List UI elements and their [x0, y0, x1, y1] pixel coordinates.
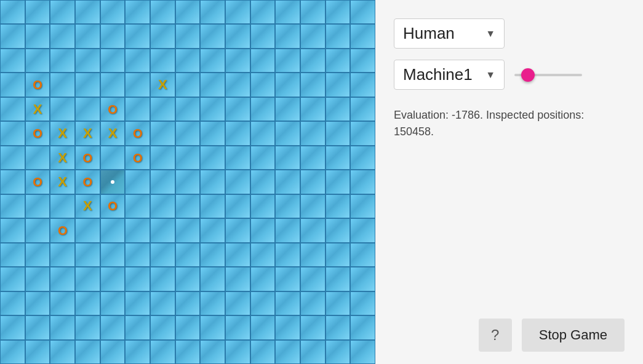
cell[interactable]: [75, 73, 100, 97]
cell[interactable]: [350, 170, 375, 194]
cell[interactable]: O: [125, 146, 150, 170]
cell[interactable]: [350, 315, 375, 339]
cell[interactable]: [0, 49, 25, 73]
cell[interactable]: [125, 97, 150, 121]
cell[interactable]: [150, 218, 175, 242]
cell[interactable]: [125, 340, 150, 364]
cell[interactable]: [200, 291, 225, 315]
cell[interactable]: [325, 121, 351, 145]
cell[interactable]: [200, 146, 225, 170]
cell[interactable]: [200, 340, 225, 364]
cell[interactable]: X: [75, 194, 100, 218]
cell[interactable]: [300, 49, 325, 73]
cell[interactable]: [225, 194, 250, 218]
cell[interactable]: [75, 218, 100, 242]
cell[interactable]: [50, 243, 75, 267]
cell[interactable]: [250, 243, 276, 267]
cell[interactable]: [225, 146, 250, 170]
cell[interactable]: [150, 340, 175, 364]
cell[interactable]: [300, 315, 325, 339]
cell[interactable]: [50, 315, 75, 339]
cell[interactable]: [50, 267, 75, 291]
cell[interactable]: X: [50, 170, 75, 194]
cell[interactable]: [300, 267, 325, 291]
help-button[interactable]: ?: [479, 318, 512, 352]
cell[interactable]: [0, 121, 25, 145]
cell[interactable]: [150, 24, 175, 48]
cell[interactable]: [125, 24, 150, 48]
cell[interactable]: O: [100, 97, 126, 121]
cell[interactable]: [175, 170, 201, 194]
cell[interactable]: [175, 97, 201, 121]
cell[interactable]: [300, 340, 325, 364]
cell[interactable]: [300, 24, 325, 48]
cell[interactable]: [125, 315, 150, 339]
cell[interactable]: [125, 49, 150, 73]
cell[interactable]: [0, 0, 25, 24]
cell[interactable]: [350, 291, 375, 315]
cell[interactable]: [275, 267, 300, 291]
cell[interactable]: [250, 121, 276, 145]
cell[interactable]: [150, 49, 175, 73]
cell[interactable]: [0, 267, 25, 291]
cell[interactable]: [175, 49, 201, 73]
cell[interactable]: [50, 24, 75, 48]
cell[interactable]: [325, 24, 351, 48]
cell[interactable]: [200, 315, 225, 339]
cell[interactable]: [250, 267, 276, 291]
cell[interactable]: [300, 0, 325, 24]
cell[interactable]: [50, 73, 75, 97]
cell[interactable]: [350, 0, 375, 24]
cell[interactable]: O: [50, 218, 75, 242]
cell[interactable]: [300, 73, 325, 97]
cell[interactable]: [275, 146, 300, 170]
cell[interactable]: [150, 243, 175, 267]
cell[interactable]: [350, 121, 375, 145]
cell[interactable]: [325, 170, 351, 194]
cell[interactable]: [150, 291, 175, 315]
cell[interactable]: [300, 121, 325, 145]
cell[interactable]: [0, 315, 25, 339]
cell[interactable]: [75, 315, 100, 339]
cell[interactable]: [325, 340, 351, 364]
cell[interactable]: [25, 49, 50, 73]
cell[interactable]: [250, 340, 276, 364]
cell[interactable]: [150, 146, 175, 170]
cell[interactable]: [200, 73, 225, 97]
cell[interactable]: [175, 121, 201, 145]
cell[interactable]: [300, 97, 325, 121]
cell[interactable]: [250, 291, 276, 315]
cell[interactable]: [275, 0, 300, 24]
cell[interactable]: [275, 218, 300, 242]
cell[interactable]: [75, 243, 100, 267]
cell[interactable]: [100, 24, 126, 48]
cell[interactable]: [250, 218, 276, 242]
cell[interactable]: [50, 194, 75, 218]
cell[interactable]: [250, 24, 276, 48]
cell[interactable]: O: [25, 121, 50, 145]
cell[interactable]: [325, 243, 351, 267]
stop-game-button[interactable]: Stop Game: [522, 318, 625, 352]
cell[interactable]: [25, 267, 50, 291]
cell[interactable]: [275, 97, 300, 121]
cell[interactable]: [225, 315, 250, 339]
cell[interactable]: [350, 218, 375, 242]
cell[interactable]: [350, 49, 375, 73]
cell[interactable]: [75, 267, 100, 291]
cell[interactable]: [50, 291, 75, 315]
cell[interactable]: [325, 267, 351, 291]
cell[interactable]: [200, 121, 225, 145]
cell[interactable]: X: [150, 73, 175, 97]
cell[interactable]: [350, 146, 375, 170]
cell[interactable]: [0, 194, 25, 218]
cell[interactable]: [225, 218, 250, 242]
cell[interactable]: [200, 24, 225, 48]
cell[interactable]: [25, 24, 50, 48]
cell[interactable]: X: [50, 146, 75, 170]
cell[interactable]: [50, 0, 75, 24]
cell[interactable]: [350, 340, 375, 364]
cell[interactable]: [100, 218, 126, 242]
cell[interactable]: [100, 340, 126, 364]
cell[interactable]: [225, 24, 250, 48]
cell[interactable]: O: [100, 194, 126, 218]
